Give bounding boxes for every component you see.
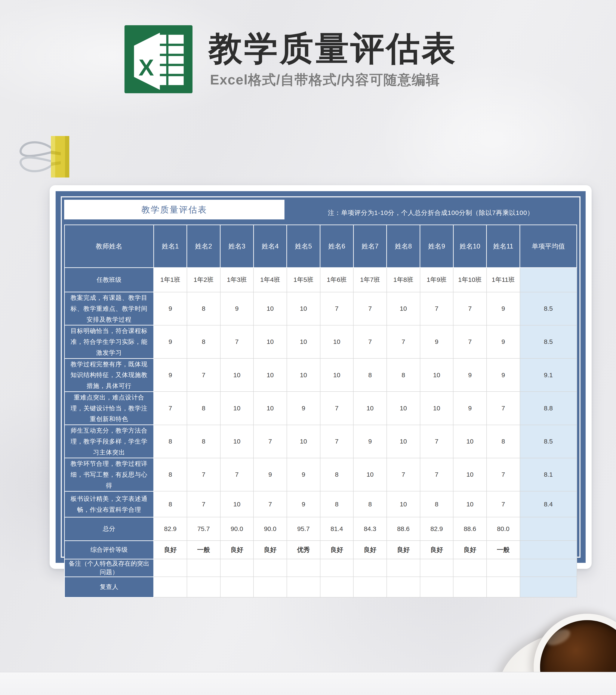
cell-value: 1年3班 [220,268,254,292]
row-label: 任教班级 [65,268,154,292]
cell-value: 9 [287,458,320,491]
background-bottom-band [0,672,616,695]
cell-value: 7 [220,458,254,491]
cell-value: 8 [353,491,387,517]
row-label: 教学环节合理，教学过程详细，书写工整，有反思与心得 [65,458,154,491]
excel-x-letter: X [138,54,154,80]
cell-value: 9 [487,292,520,325]
template-card: 教学质量评估表 注：单项评分为1-10分，个人总分折合成100分制（除以7再乘以… [50,185,592,569]
cell-average: 8.5 [520,325,577,358]
cell-value: 8 [187,292,220,325]
cell-value: 1年11班 [487,268,520,292]
cell-value: 10 [420,358,453,392]
cell-value: 良好 [153,541,187,559]
cell-value [153,559,187,577]
cell-value: 9 [287,491,320,517]
cell-value: 7 [487,458,520,491]
cell-value: 良好 [353,541,387,559]
cell-value: 7 [253,425,287,458]
cell-value: 良好 [420,541,453,559]
cell-value: 7 [420,458,453,491]
cell-value: 10 [253,392,287,425]
cell-value: 7 [387,458,420,491]
col-header-name: 姓名3 [220,225,254,268]
cell-value: 9 [420,325,453,358]
cell-value [253,559,287,577]
cell-value: 7 [320,292,353,325]
cell-value: 10 [387,392,420,425]
cell-value [253,577,287,597]
row-label: 总分 [65,517,154,541]
cell-value [453,577,487,597]
cell-value: 1年10班 [453,268,487,292]
row-label: 教案完成，有课题、教学目标、教学重难点、教学时间安排及教学过程 [65,292,154,325]
cell-value: 90.0 [253,517,287,541]
cell-value: 10 [220,491,254,517]
page-subtitle: Excel格式/自带格式/内容可随意编辑 [210,71,440,89]
cell-average: 9.1 [520,358,577,392]
cell-value: 一般 [487,541,520,559]
sheet-panel: 教学质量评估表 注：单项评分为1-10分，个人总分折合成100分制（除以7再乘以… [55,191,586,563]
cell-value: 10 [387,292,420,325]
cell-value: 7 [320,425,353,458]
row-label: 综合评价等级 [65,541,154,559]
col-header-name: 姓名7 [353,225,387,268]
cell-average [520,541,577,559]
cell-value: 8 [187,392,220,425]
cell-value: 9 [287,392,320,425]
page-title: 教学质量评估表 [209,26,457,72]
cell-value: 10 [453,458,487,491]
cell-value: 良好 [253,541,287,559]
cell-value: 8 [487,425,520,458]
cell-value: 9 [153,325,187,358]
row-label: 重难点突出，难点设计合理，关键设计恰当，教学注重创新和特色 [65,392,154,425]
cell-value: 10 [320,325,353,358]
cell-value: 10 [420,392,453,425]
cell-value: 88.6 [387,517,420,541]
cell-value: 7 [453,292,487,325]
cell-value: 10 [253,358,287,392]
cell-value: 81.4 [320,517,353,541]
cell-value: 优秀 [287,541,320,559]
cell-value: 9 [453,358,487,392]
cell-value: 良好 [220,541,254,559]
cell-value: 10 [353,392,387,425]
table-row-total: 总分82.975.790.090.095.781.484.388.682.988… [65,517,577,541]
cell-value [387,577,420,597]
cell-value: 7 [220,325,254,358]
cell-value: 1年6班 [320,268,353,292]
row-label: 板书设计精美，文字表述通畅，作业布置科学合理 [65,491,154,517]
cell-value: 10 [387,425,420,458]
row-label: 备注（个人特色及存在的突出问题） [65,559,154,577]
row-label: 教学过程完整有序，既体现知识结构特征，又体现施教措施，具体可行 [65,358,154,392]
cell-value: 7 [153,392,187,425]
cell-value: 9 [153,358,187,392]
cell-value [420,559,453,577]
cell-value: 9 [353,425,387,458]
cell-value: 7 [353,325,387,358]
cell-average: 8.1 [520,458,577,491]
cell-value: 7 [420,425,453,458]
cell-value [453,559,487,577]
col-header-name: 姓名6 [320,225,353,268]
cell-value: 9 [153,292,187,325]
sheet-title: 教学质量评估表 [64,200,284,219]
cell-value [320,577,353,597]
row-label: 复查人 [65,577,154,597]
cell-value: 8 [153,458,187,491]
cell-value: 82.9 [420,517,453,541]
sheet-note: 注：单项评分为1-10分，个人总分折合成100分制（除以7再乘以100） [284,200,577,219]
cell-value: 75.7 [187,517,220,541]
cell-value: 7 [453,325,487,358]
col-header-teacher-name: 教师姓名 [65,225,154,268]
cell-value: 7 [253,491,287,517]
cell-value: 90.0 [220,517,254,541]
table-row-header: 教师姓名姓名1姓名2姓名3姓名4姓名5姓名6姓名7姓名8姓名9姓名10姓名11单… [65,225,577,268]
cell-value: 9 [253,458,287,491]
cell-value: 10 [220,425,254,458]
cell-value: 一般 [187,541,220,559]
coffee-glint [544,626,572,648]
row-label: 师生互动充分，教学方法合理，教学手段多样，学生学习主体突出 [65,425,154,458]
cell-value: 88.6 [453,517,487,541]
cell-value [287,559,320,577]
